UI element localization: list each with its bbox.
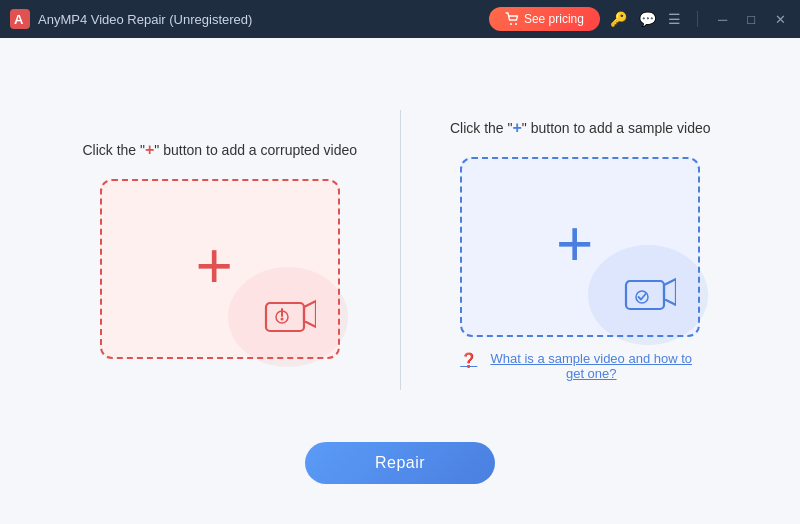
svg-point-2 xyxy=(510,23,512,25)
corrupted-panel-title: Click the "+" button to add a corrupted … xyxy=(82,141,357,159)
panels-row: Click the "+" button to add a corrupted … xyxy=(40,68,760,432)
corrupted-camera-icon xyxy=(260,293,316,335)
sample-plus-icon: + xyxy=(556,212,593,276)
minimize-button[interactable]: ─ xyxy=(714,10,731,29)
close-button[interactable]: ✕ xyxy=(771,10,790,29)
window-title: AnyMP4 Video Repair (Unregistered) xyxy=(38,12,489,27)
maximize-button[interactable]: □ xyxy=(743,10,759,29)
svg-marker-5 xyxy=(304,301,316,327)
chat-icon[interactable]: 💬 xyxy=(639,11,656,27)
svg-point-6 xyxy=(280,318,283,321)
sample-video-help-link[interactable]: ❓ What is a sample video and how to get … xyxy=(460,351,700,381)
svg-text:A: A xyxy=(14,12,24,27)
repair-button[interactable]: Repair xyxy=(305,442,495,484)
sample-plus-symbol: + xyxy=(513,119,522,136)
svg-marker-10 xyxy=(664,279,676,305)
menu-icon[interactable]: ☰ xyxy=(668,11,681,27)
anymp4-logo-icon: A xyxy=(10,9,30,29)
cart-icon xyxy=(505,12,519,26)
svg-rect-4 xyxy=(266,303,304,331)
main-content: Click the "+" button to add a corrupted … xyxy=(0,38,800,524)
svg-point-3 xyxy=(515,23,517,25)
key-icon[interactable]: 🔑 xyxy=(610,11,627,27)
corrupted-video-panel: Click the "+" button to add a corrupted … xyxy=(40,121,400,379)
sample-panel-title: Click the "+" button to add a sample vid… xyxy=(450,119,711,137)
help-link-text: What is a sample video and how to get on… xyxy=(482,351,700,381)
corrupted-plus-icon: + xyxy=(195,234,232,298)
window-controls: 🔑 💬 ☰ ─ □ ✕ xyxy=(610,10,790,29)
title-bar: A AnyMP4 Video Repair (Unregistered) See… xyxy=(0,0,800,38)
see-pricing-button[interactable]: See pricing xyxy=(489,7,600,31)
separator xyxy=(697,11,698,27)
corrupted-plus-symbol: + xyxy=(145,141,154,158)
sample-camera-icon xyxy=(620,271,676,313)
sample-video-panel: Click the "+" button to add a sample vid… xyxy=(401,99,761,401)
add-sample-video-zone[interactable]: + xyxy=(460,157,700,337)
add-corrupted-video-zone[interactable]: + xyxy=(100,179,340,359)
repair-button-row: Repair xyxy=(305,442,495,494)
help-circle-icon: ❓ xyxy=(460,352,477,368)
